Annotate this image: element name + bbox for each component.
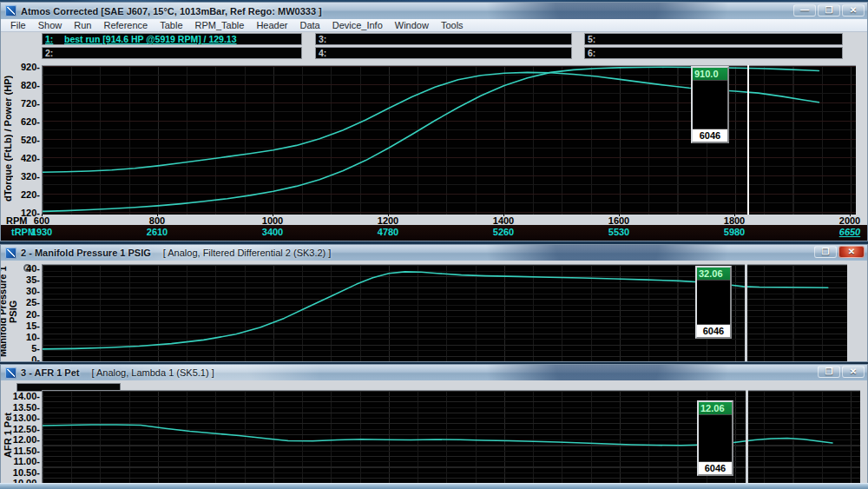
trpm-value: 4780 (378, 227, 398, 237)
afr-window: 3 - AFR 1 Pet [ Analog, Lambda 1 (SK5.1)… (0, 364, 868, 489)
maximize-button[interactable]: ❐ (818, 366, 840, 378)
minimize-button[interactable]: — (793, 4, 816, 17)
close-button[interactable]: ✕ (838, 246, 865, 258)
y-tick-label: 30- (1, 286, 40, 296)
y-tick-label: 220- (1, 189, 40, 200)
trpm-value: 6650 (839, 227, 860, 237)
cursor-line[interactable] (747, 65, 749, 215)
y-tick-label: 0- (1, 354, 40, 362)
y-tick-label: 820- (1, 80, 40, 90)
y-tick-label: 13.00- (1, 413, 40, 423)
y-tick-label: 10- (1, 332, 40, 342)
trpm-value: 1930 (31, 227, 52, 237)
trpm-strip: tRPM19302610340047805260553059806650 (1, 225, 867, 241)
menu-item-reference[interactable]: Reference (97, 20, 154, 30)
cursor-trpm: 6046 (697, 324, 730, 337)
menu-item-rpm_table[interactable]: RPM_Table (189, 20, 251, 30)
run-number: 3: (316, 34, 338, 44)
y-tick-label: 13.50- (1, 402, 40, 413)
y-tick-label: 620- (1, 116, 40, 127)
window-title: Atmos Corrected [SAE J607, 15°C, 1013mBa… (21, 6, 322, 17)
y-tick-label: 420- (1, 153, 40, 163)
cursor-trpm: 6046 (693, 129, 727, 142)
plot-area-1[interactable] (42, 65, 856, 215)
window-subtitle: [ Analog, Filtered Differential 2 (SK3.2… (163, 248, 332, 258)
menu-item-tools[interactable]: Tools (435, 20, 470, 30)
curves-svg (43, 66, 857, 215)
cursor-value-box[interactable]: 32.066046 (695, 266, 732, 339)
run-number: 1: (43, 34, 64, 44)
window-icon (5, 367, 16, 379)
title-bar: 2 - Manifold Pressure 1 PSIG [ Analog, F… (1, 245, 867, 261)
title-bar: 3 - AFR 1 Pet [ Analog, Lambda 1 (SK5.1)… (1, 365, 867, 380)
cursor-line[interactable] (745, 264, 747, 361)
y-tick-label: 5- (1, 343, 40, 354)
run-label-1[interactable]: 1:best run [914.6 HP @5919 RPM] / 129.13 (42, 33, 302, 45)
run-label-3[interactable]: 3: (315, 33, 572, 45)
y-tick-label: 15- (1, 320, 40, 331)
cursor-line[interactable] (746, 390, 748, 484)
run-label-5[interactable]: 5: (584, 33, 843, 45)
title-bar: Atmos Corrected [SAE J607, 15°C, 1013mBa… (1, 3, 867, 19)
run-label-2[interactable]: 2: (42, 47, 302, 59)
close-button[interactable]: ✕ (842, 366, 865, 378)
trpm-value: 2610 (147, 227, 168, 237)
menu-item-window[interactable]: Window (389, 20, 435, 30)
y-tick-label: 20- (1, 309, 40, 320)
y-tick-label: 25- (1, 297, 40, 307)
curves-svg (43, 391, 861, 485)
cursor-value: 910.0 (693, 68, 727, 81)
menu-item-table[interactable]: Table (154, 20, 188, 30)
app-icon (5, 5, 16, 17)
run-label-4[interactable]: 4: (315, 47, 572, 59)
menu-item-device_info[interactable]: Device_Info (326, 20, 389, 30)
maximize-button[interactable]: ❐ (818, 4, 840, 17)
run-number: 4: (316, 48, 338, 58)
y-tick-label: 14.00- (1, 391, 40, 401)
cursor-value-box[interactable]: 12.066046 (697, 400, 733, 476)
run-description: best run [914.6 HP @5919 RPM] / 129.13 (64, 34, 237, 44)
run-number: 2: (43, 48, 64, 58)
plot-area-3[interactable] (42, 390, 860, 484)
window-icon (5, 248, 16, 259)
trpm-value: 5980 (724, 227, 745, 237)
y-tick-label: 520- (1, 135, 40, 145)
cursor-value: 12.06 (699, 402, 732, 415)
window-title: 3 - AFR 1 Pet (21, 367, 79, 378)
window-subtitle: [ Analog, Lambda 1 (SK5.1) ] (91, 367, 214, 378)
cursor-value: 32.06 (697, 268, 730, 281)
run-number: 6: (585, 48, 607, 58)
y-tick-label: 12.00- (1, 434, 40, 445)
manifold-pressure-window: 2 - Manifold Pressure 1 PSIG [ Analog, F… (0, 244, 868, 362)
close-button[interactable]: ✕ (842, 4, 865, 17)
dyno-main-window: Atmos Corrected [SAE J607, 15°C, 1013mBa… (0, 2, 868, 241)
run-number: 5: (585, 34, 607, 44)
y-tick-label: 320- (1, 171, 40, 182)
y-tick-label: 920- (1, 62, 40, 72)
menu-item-show[interactable]: Show (32, 20, 69, 30)
y-tick-label: 720- (1, 98, 40, 109)
run-label-6[interactable]: 6: (584, 47, 843, 59)
menu-item-header[interactable]: Header (250, 20, 293, 30)
y-tick-label: 11.50- (1, 446, 40, 456)
menu-item-run[interactable]: Run (68, 20, 97, 30)
window-title: 2 - Manifold Pressure 1 PSIG (21, 248, 151, 258)
cursor-trpm: 6046 (699, 461, 732, 474)
cursor-value-box[interactable]: 910.06046 (691, 66, 729, 143)
y-tick-label: 35- (1, 274, 40, 285)
menu-bar: FileShowRunReferenceTableRPM_TableHeader… (1, 19, 867, 32)
menu-item-data[interactable]: Data (293, 20, 326, 30)
y-tick-label: 40- (1, 263, 40, 274)
y-tick-label: 12.50- (1, 424, 40, 434)
trpm-value: 5260 (493, 227, 514, 237)
trpm-value: 5530 (608, 227, 629, 237)
y-tick-label: 11.00- (1, 456, 40, 466)
bottom-window-border (0, 483, 868, 489)
maximize-button[interactable]: ❐ (814, 246, 837, 258)
trpm-value: 3400 (262, 227, 283, 237)
y-tick-label: 10.50- (1, 467, 40, 478)
menu-item-file[interactable]: File (4, 20, 32, 30)
